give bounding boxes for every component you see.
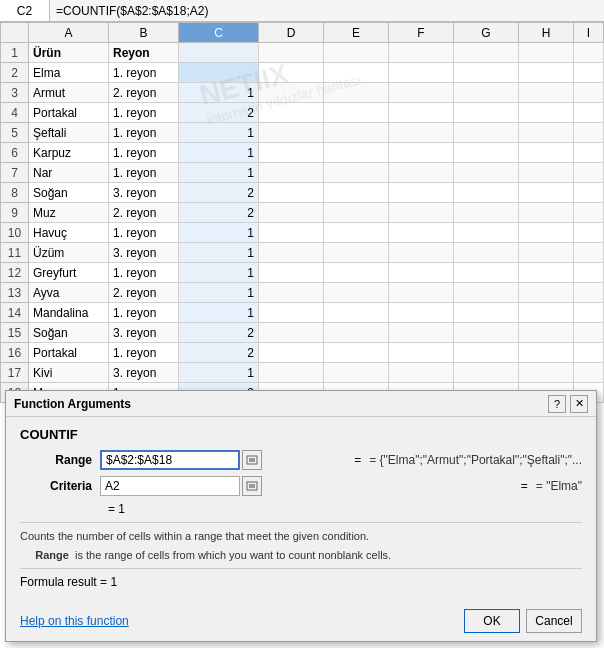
cell-h15[interactable] <box>519 323 574 343</box>
cell-b9[interactable]: 2. reyon <box>109 203 179 223</box>
cell-c12[interactable]: 1 <box>179 263 259 283</box>
cell-i7[interactable] <box>574 163 604 183</box>
cell-c4[interactable]: 2 <box>179 103 259 123</box>
cell-i5[interactable] <box>574 123 604 143</box>
cell-d9[interactable] <box>259 203 324 223</box>
cell-d1[interactable] <box>259 43 324 63</box>
cell-h12[interactable] <box>519 263 574 283</box>
cell-b17[interactable]: 3. reyon <box>109 363 179 383</box>
cell-e15[interactable] <box>324 323 389 343</box>
cell-f17[interactable] <box>389 363 454 383</box>
help-button[interactable]: ? <box>548 395 566 413</box>
cell-g13[interactable] <box>454 283 519 303</box>
range-input[interactable] <box>100 450 240 470</box>
ok-button[interactable]: OK <box>464 609 520 633</box>
cell-g16[interactable] <box>454 343 519 363</box>
cell-i3[interactable] <box>574 83 604 103</box>
cell-g4[interactable] <box>454 103 519 123</box>
cell-c13[interactable]: 1 <box>179 283 259 303</box>
cell-d13[interactable] <box>259 283 324 303</box>
cell-d12[interactable] <box>259 263 324 283</box>
cell-b2[interactable]: 1. reyon <box>109 63 179 83</box>
cell-g9[interactable] <box>454 203 519 223</box>
cell-c3[interactable]: 1 <box>179 83 259 103</box>
col-header-f[interactable]: F <box>389 23 454 43</box>
cell-d3[interactable] <box>259 83 324 103</box>
cell-d11[interactable] <box>259 243 324 263</box>
cell-g2[interactable] <box>454 63 519 83</box>
cell-g10[interactable] <box>454 223 519 243</box>
cell-e8[interactable] <box>324 183 389 203</box>
cell-h6[interactable] <box>519 143 574 163</box>
cell-a15[interactable]: Soğan <box>29 323 109 343</box>
cell-e4[interactable] <box>324 103 389 123</box>
cell-b1[interactable]: Reyon <box>109 43 179 63</box>
cell-f16[interactable] <box>389 343 454 363</box>
cell-d16[interactable] <box>259 343 324 363</box>
cell-b3[interactable]: 2. reyon <box>109 83 179 103</box>
cell-e12[interactable] <box>324 263 389 283</box>
cell-h16[interactable] <box>519 343 574 363</box>
cell-a5[interactable]: Şeftali <box>29 123 109 143</box>
cell-c1[interactable] <box>179 43 259 63</box>
cell-i13[interactable] <box>574 283 604 303</box>
cell-g8[interactable] <box>454 183 519 203</box>
cell-g1[interactable] <box>454 43 519 63</box>
cell-g7[interactable] <box>454 163 519 183</box>
cell-e6[interactable] <box>324 143 389 163</box>
cell-a4[interactable]: Portakal <box>29 103 109 123</box>
cell-b16[interactable]: 1. reyon <box>109 343 179 363</box>
cell-g14[interactable] <box>454 303 519 323</box>
cell-g3[interactable] <box>454 83 519 103</box>
cell-e7[interactable] <box>324 163 389 183</box>
cell-i15[interactable] <box>574 323 604 343</box>
cell-h7[interactable] <box>519 163 574 183</box>
cell-d17[interactable] <box>259 363 324 383</box>
cell-h2[interactable] <box>519 63 574 83</box>
cell-h8[interactable] <box>519 183 574 203</box>
cell-e5[interactable] <box>324 123 389 143</box>
cell-f2[interactable] <box>389 63 454 83</box>
cell-d7[interactable] <box>259 163 324 183</box>
cell-i14[interactable] <box>574 303 604 323</box>
cell-c7[interactable]: 1 <box>179 163 259 183</box>
cell-f8[interactable] <box>389 183 454 203</box>
cell-i2[interactable] <box>574 63 604 83</box>
cell-f6[interactable] <box>389 143 454 163</box>
criteria-input[interactable] <box>100 476 240 496</box>
cell-h13[interactable] <box>519 283 574 303</box>
col-header-i[interactable]: I <box>574 23 604 43</box>
cell-h1[interactable] <box>519 43 574 63</box>
cell-c15[interactable]: 2 <box>179 323 259 343</box>
cell-i10[interactable] <box>574 223 604 243</box>
cell-b12[interactable]: 1. reyon <box>109 263 179 283</box>
cell-b7[interactable]: 1. reyon <box>109 163 179 183</box>
cell-c17[interactable]: 1 <box>179 363 259 383</box>
cell-h4[interactable] <box>519 103 574 123</box>
cell-b11[interactable]: 3. reyon <box>109 243 179 263</box>
cell-e14[interactable] <box>324 303 389 323</box>
cell-h9[interactable] <box>519 203 574 223</box>
cell-f9[interactable] <box>389 203 454 223</box>
cell-f11[interactable] <box>389 243 454 263</box>
col-header-b[interactable]: B <box>109 23 179 43</box>
col-header-d[interactable]: D <box>259 23 324 43</box>
cell-b8[interactable]: 3. reyon <box>109 183 179 203</box>
cell-e9[interactable] <box>324 203 389 223</box>
cell-c16[interactable]: 2 <box>179 343 259 363</box>
criteria-collapse-button[interactable] <box>242 476 262 496</box>
cell-b14[interactable]: 1. reyon <box>109 303 179 323</box>
cell-g5[interactable] <box>454 123 519 143</box>
cell-i16[interactable] <box>574 343 604 363</box>
col-header-e[interactable]: E <box>324 23 389 43</box>
cell-b6[interactable]: 1. reyon <box>109 143 179 163</box>
cell-i8[interactable] <box>574 183 604 203</box>
cell-h5[interactable] <box>519 123 574 143</box>
cell-f5[interactable] <box>389 123 454 143</box>
cell-c6[interactable]: 1 <box>179 143 259 163</box>
function-arguments-dialog[interactable]: Function Arguments ? ✕ COUNTIF Range = =… <box>5 390 597 642</box>
cell-a13[interactable]: Ayva <box>29 283 109 303</box>
cell-g12[interactable] <box>454 263 519 283</box>
cell-c14[interactable]: 1 <box>179 303 259 323</box>
cell-g11[interactable] <box>454 243 519 263</box>
